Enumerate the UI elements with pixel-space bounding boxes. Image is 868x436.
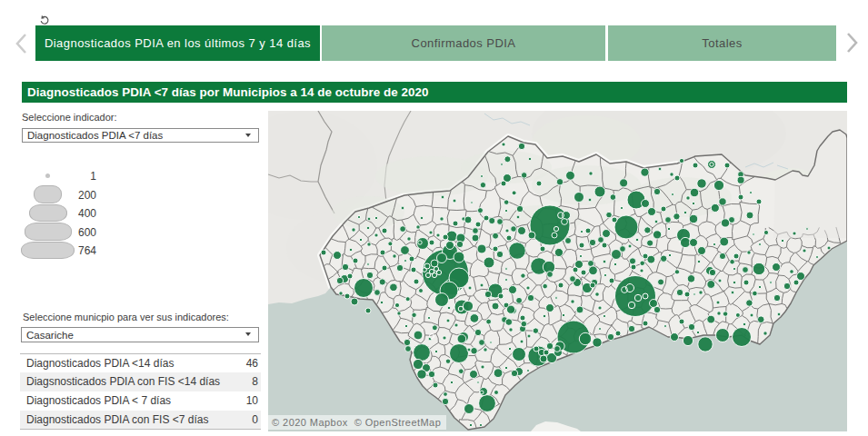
- svg-text:© 2020 Mapbox © OpenStreetMap: © 2020 Mapbox © OpenStreetMap: [272, 417, 441, 428]
